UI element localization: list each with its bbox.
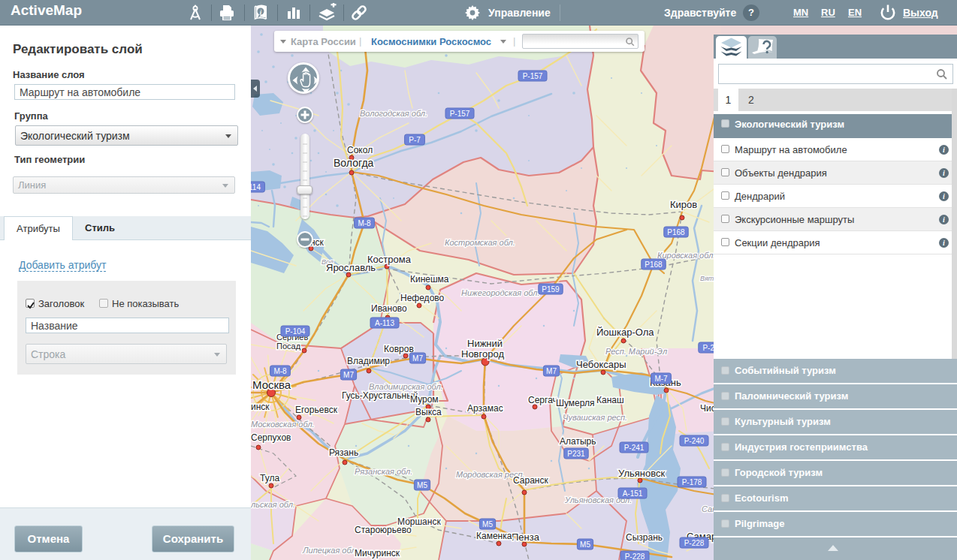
svg-text:Р-104: Р-104	[285, 327, 306, 336]
svg-text:Пенза: Пенза	[512, 531, 540, 543]
svg-text:Р-228: Р-228	[625, 552, 645, 560]
svg-text:Вологда: Вологда	[334, 157, 374, 169]
svg-text:Нижний: Нижний	[467, 338, 503, 349]
svg-text:А-113: А-113	[375, 319, 394, 327]
svg-text:Иваново: Иваново	[371, 303, 407, 314]
svg-text:Нижегородская обл.: Нижегородская обл.	[461, 288, 540, 297]
svg-text:Р-178: Р-178	[682, 478, 702, 486]
svg-text:Посад: Посад	[276, 342, 301, 351]
svg-text:А-151: А-151	[623, 489, 643, 498]
svg-text:М-8: М-8	[358, 219, 371, 227]
svg-text:Егорьевск: Егорьевск	[295, 405, 338, 415]
svg-text:Тула: Тула	[260, 473, 279, 483]
svg-text:М5: М5	[482, 520, 493, 528]
svg-text:Мичуринск: Мичуринск	[355, 548, 400, 558]
svg-text:Р-157: Р-157	[523, 72, 543, 80]
svg-text:Ульяновск: Ульяновск	[618, 468, 665, 479]
svg-text:М-7: М-7	[654, 375, 668, 383]
svg-text:Кинешма: Кинешма	[410, 274, 449, 285]
svg-text:М7: М7	[546, 367, 557, 375]
svg-text:Староюрьево: Староюрьево	[355, 525, 412, 535]
svg-text:Владимир: Владимир	[347, 356, 390, 366]
svg-text:Муром: Муром	[410, 394, 439, 405]
svg-text:Ковров: Ковров	[384, 344, 414, 354]
svg-text:Липецкая обл.: Липецкая обл.	[302, 546, 358, 555]
svg-text:Р159: Р159	[542, 285, 560, 294]
svg-text:Алатырь: Алатырь	[560, 436, 596, 447]
svg-text:льская обл.: льская обл.	[251, 500, 295, 509]
svg-text:Сергач: Сергач	[528, 395, 557, 405]
svg-text:Костромская обл.: Костромская обл.	[445, 238, 515, 247]
svg-text:Респ. Марий-Эл: Респ. Марий-Эл	[605, 347, 667, 356]
svg-text:Р168: Р168	[667, 228, 685, 236]
svg-text:Р-157: Р-157	[450, 110, 470, 118]
svg-text:Новгород: Новгород	[461, 348, 504, 360]
svg-text:М5: М5	[580, 540, 590, 549]
svg-text:Саранск: Саранск	[513, 475, 548, 486]
svg-text:Чебоксары: Чебоксары	[576, 359, 626, 370]
svg-text:Сокол: Сокол	[347, 145, 373, 155]
svg-text:Р168: Р168	[645, 260, 663, 269]
svg-text:Рязань: Рязань	[329, 447, 358, 458]
svg-text:М-8: М-8	[273, 367, 287, 375]
svg-text:Кострома: Кострома	[367, 254, 412, 265]
svg-text:Чувашская респ.: Чувашская респ.	[563, 413, 627, 422]
svg-text:Сызрань: Сызрань	[626, 532, 663, 543]
svg-text:Гусь-Хрустальный: Гусь-Хрустальный	[342, 390, 418, 401]
svg-text:Вологодская обл.: Вологодская обл.	[360, 109, 427, 118]
svg-text:Москва: Москва	[252, 378, 291, 391]
svg-text:Р-7: Р-7	[409, 136, 421, 144]
svg-text:Каменка: Каменка	[476, 531, 512, 541]
svg-text:Канаш: Канаш	[596, 395, 624, 405]
svg-text:Рязанская обл.: Рязанская обл.	[355, 467, 412, 476]
svg-text:Йошкар-Ола: Йошкар-Ола	[596, 327, 654, 338]
svg-text:Шумерля: Шумерля	[556, 398, 595, 408]
svg-text:Выкса: Выкса	[415, 407, 442, 417]
svg-text:инск: инск	[251, 402, 270, 412]
svg-text:Р-241: Р-241	[624, 444, 645, 452]
svg-text:Киров: Киров	[670, 199, 697, 210]
svg-text:М7: М7	[343, 371, 354, 379]
svg-text:Р-228: Р-228	[684, 539, 705, 547]
svg-text:Серпухов: Серпухов	[251, 432, 291, 443]
svg-text:114: 114	[251, 183, 261, 191]
svg-text:Московская обл.: Московская обл.	[251, 420, 315, 429]
svg-text:М7: М7	[412, 354, 423, 363]
svg-text:М5: М5	[417, 481, 427, 489]
svg-text:Арзамас: Арзамас	[467, 403, 503, 414]
svg-text:Кировская обл.: Кировская обл.	[657, 251, 715, 260]
svg-text:Р-240: Р-240	[684, 437, 705, 445]
svg-text:Нефедово: Нефедово	[400, 293, 445, 303]
svg-text:Р231: Р231	[567, 450, 585, 458]
